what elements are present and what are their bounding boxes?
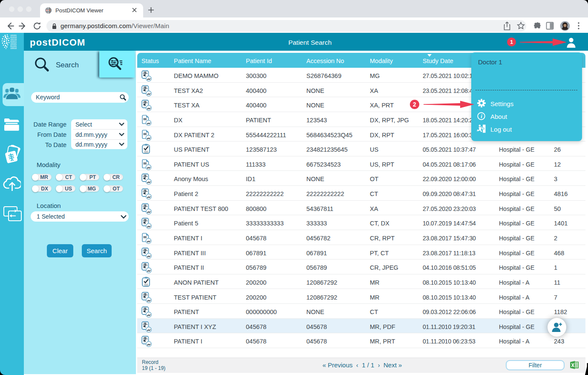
svg-text:10010: 10010 <box>10 47 17 50</box>
svg-text:i: i <box>481 113 482 119</box>
